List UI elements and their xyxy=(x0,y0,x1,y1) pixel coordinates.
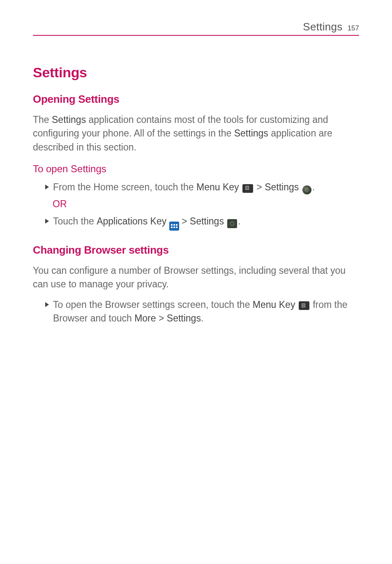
or-divider: OR xyxy=(53,199,359,210)
browser-paragraph: You can configure a number of Browser se… xyxy=(33,264,359,291)
svg-rect-0 xyxy=(246,186,249,190)
changing-browser-heading: Changing Browser settings xyxy=(33,244,359,257)
step-browser-settings: To open the Browser settings screen, tou… xyxy=(45,298,359,326)
step-applications-key: Touch the Applications Key > Settings . xyxy=(45,215,359,231)
settings-square-icon xyxy=(227,219,237,228)
bullet-icon xyxy=(45,219,49,224)
to-open-settings-subheading: To open Settings xyxy=(33,163,359,175)
page-header: Settings 157 xyxy=(33,21,359,36)
page-number: 157 xyxy=(348,24,359,32)
bullet-icon xyxy=(45,302,49,307)
applications-key-icon xyxy=(169,222,179,231)
page-content: Settings 157 Settings Opening Settings T… xyxy=(0,0,392,325)
menu-key-icon xyxy=(242,184,253,193)
bullet-icon xyxy=(45,185,49,190)
step-home-screen: From the Home screen, touch the Menu Key… xyxy=(45,180,359,194)
header-section-title: Settings xyxy=(303,21,342,33)
page-title: Settings xyxy=(33,65,359,81)
opening-paragraph: The Settings application contains most o… xyxy=(33,113,359,154)
svg-rect-1 xyxy=(302,304,305,307)
menu-key-icon xyxy=(299,301,309,310)
settings-icon xyxy=(302,185,311,194)
opening-settings-heading: Opening Settings xyxy=(33,93,359,106)
